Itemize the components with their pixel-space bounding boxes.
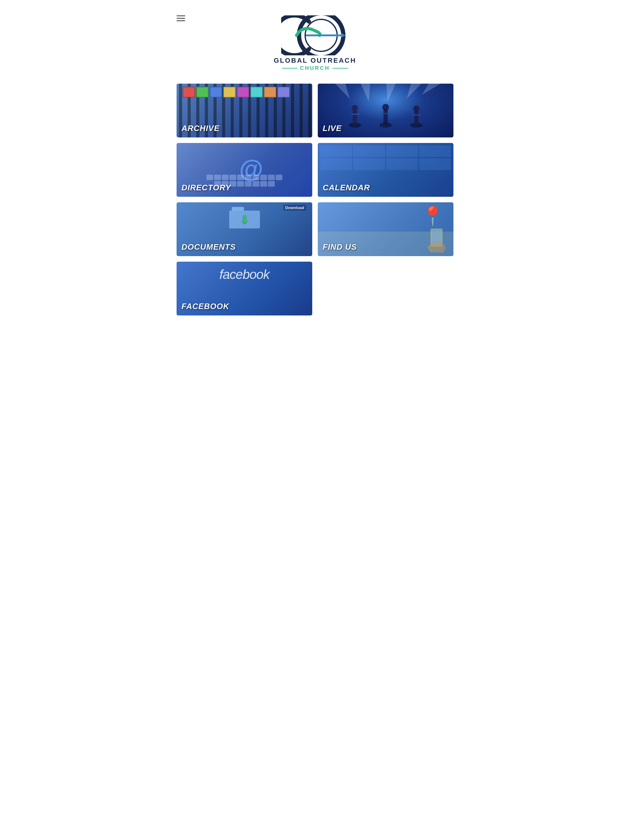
svg-point-6 [352, 105, 358, 111]
phone-hand-decoration [424, 225, 449, 253]
svg-rect-7 [351, 114, 360, 115]
svg-rect-15 [412, 114, 421, 115]
svg-rect-13 [414, 111, 419, 125]
logo-line2: CHURCH [300, 65, 330, 71]
facebook-wordmark-decoration: facebook [180, 267, 309, 282]
svg-rect-9 [384, 109, 388, 125]
folder-decoration: ⬇ [229, 207, 260, 229]
tile-directory-label: DIRECTORY [182, 183, 231, 193]
tile-live[interactable]: LIVE [318, 84, 453, 137]
tile-directory[interactable]: @ DIRECTORY [177, 143, 312, 197]
map-pin-decoration: 📍 [421, 207, 444, 225]
tile-documents[interactable]: ⬇ Download DOCUMENTS [177, 202, 312, 256]
svg-rect-11 [381, 113, 390, 114]
tile-archive[interactable]: ARCHIVE [177, 84, 312, 137]
tile-findus-label: FIND US [323, 242, 357, 252]
calendar-decoration [320, 145, 451, 170]
logo-church-row: CHURCH [274, 65, 356, 71]
logo-svg [281, 15, 349, 55]
tile-live-label: LIVE [323, 123, 342, 133]
tile-facebook-label: FACEBOOK [182, 302, 229, 311]
tile-findus[interactable]: 📍 FIND US [318, 202, 453, 256]
tile-grid: ARCHIVE LIVE @ [177, 84, 453, 316]
tile-archive-label: ARCHIVE [182, 123, 220, 133]
logo-text: GLOBAL OUTREACH CHURCH [274, 57, 356, 71]
logo-line1: GLOBAL OUTREACH [274, 57, 356, 65]
page-header: GLOBAL OUTREACH CHURCH [177, 6, 453, 84]
hamburger-menu[interactable] [177, 15, 185, 21]
tile-facebook[interactable]: facebook FACEBOOK [177, 262, 312, 316]
download-badge: Download [283, 205, 306, 211]
svg-point-14 [413, 106, 419, 112]
svg-point-10 [382, 104, 389, 111]
svg-rect-5 [353, 110, 357, 125]
svg-rect-17 [432, 230, 441, 243]
tile-calendar-label: CALENDAR [323, 183, 370, 193]
logo-container: GLOBAL OUTREACH CHURCH [274, 15, 356, 71]
tile-calendar[interactable]: CALENDAR [318, 143, 453, 197]
tile-documents-label: DOCUMENTS [182, 242, 236, 252]
